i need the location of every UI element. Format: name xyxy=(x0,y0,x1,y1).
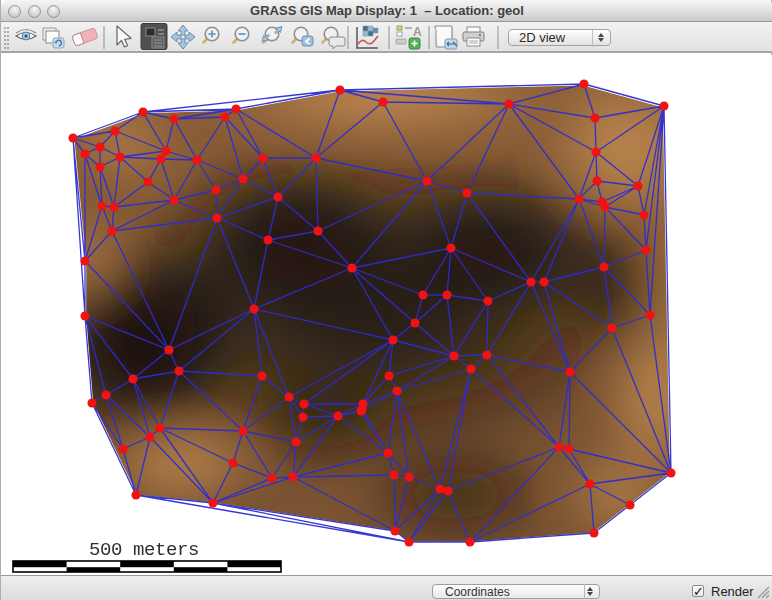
svg-text:500 meters: 500 meters xyxy=(89,539,199,561)
svg-text:A: A xyxy=(413,25,422,39)
